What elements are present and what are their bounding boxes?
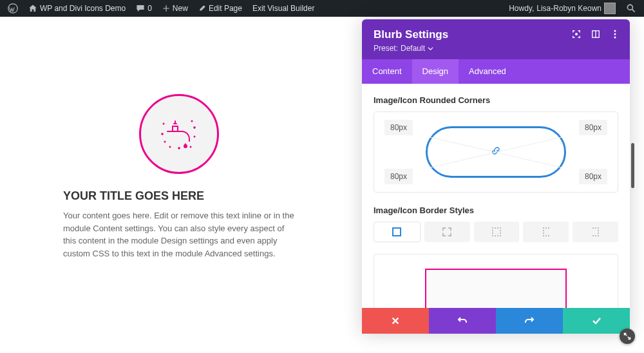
svg-point-7 [190, 146, 192, 148]
save-button[interactable] [563, 308, 630, 334]
corner-input-top-left[interactable]: 80px [384, 120, 413, 135]
corner-input-bottom-right[interactable]: 80px [579, 169, 607, 184]
more-icon[interactable] [609, 28, 621, 40]
focus-icon[interactable] [571, 28, 582, 40]
square-dashed-icon [442, 227, 451, 236]
rounded-corners-control: 80px 80px 80px 80px [374, 111, 618, 193]
avatar [604, 3, 616, 14]
comments[interactable]: 0 [132, 0, 156, 17]
panel-body: Image/Icon Rounded Corners 80px 80px 80p… [362, 84, 630, 308]
square-dotted-icon [492, 227, 501, 236]
expand-icon [623, 332, 631, 340]
exit-vb-label: Exit Visual Builder [252, 4, 315, 13]
site-title-text: WP and Divi Icons Demo [40, 4, 126, 13]
tab-advanced-label: Advanced [469, 66, 506, 76]
tab-content[interactable]: Content [362, 59, 412, 84]
search[interactable] [622, 0, 640, 17]
svg-point-6 [169, 146, 171, 148]
settings-panel: Blurb Settings Preset: Default Content [362, 19, 630, 334]
blurb-icon-circle [139, 94, 219, 174]
wp-admin-bar: WP and Divi Icons Demo 0 New Edit Page E… [0, 0, 644, 17]
border-style-bottom[interactable] [523, 222, 569, 242]
edit-page-label: Edit Page [209, 4, 242, 13]
blurb-icon-wrap [63, 94, 295, 174]
wpbar-right: Howdy, Lisa-Robyn Keown [505, 0, 640, 17]
edit-page[interactable]: Edit Page [194, 0, 246, 17]
wpbar-left: WP and Divi Icons Demo 0 New Edit Page E… [4, 0, 318, 17]
square-left-icon [543, 227, 549, 236]
plus-icon [162, 5, 170, 12]
expand-panel-button[interactable] [620, 329, 635, 344]
page-content: YOUR TITLE GOES HERE Your content goes h… [0, 17, 361, 353]
svg-point-12 [614, 37, 616, 39]
docs-icon[interactable] [590, 28, 601, 40]
blurb-body[interactable]: Your content goes here. Edit or remove t… [63, 209, 295, 260]
panel-header-actions [571, 28, 621, 40]
link-icon [491, 146, 500, 155]
section-border-styles-label: Image/Icon Border Styles [374, 205, 618, 215]
user-menu[interactable]: Howdy, Lisa-Robyn Keown [505, 0, 620, 17]
panel-header: Blurb Settings Preset: Default [362, 19, 630, 59]
corner-input-top-right[interactable]: 80px [579, 120, 607, 135]
link-values-toggle[interactable] [491, 146, 500, 158]
border-preview-inner [425, 269, 567, 308]
undo-icon [457, 316, 468, 326]
home-icon [28, 4, 37, 13]
tab-advanced[interactable]: Advanced [459, 59, 516, 84]
wp-logo[interactable] [4, 0, 22, 17]
howdy-prefix: Howdy, [509, 4, 534, 13]
section-rounded-corners-label: Image/Icon Rounded Corners [374, 95, 618, 105]
chevron-down-icon [428, 46, 433, 52]
redo-button[interactable] [496, 308, 563, 334]
preset-value: Default [401, 44, 425, 53]
square-solid-icon [392, 227, 401, 236]
undo-button[interactable] [429, 308, 496, 334]
tab-content-label: Content [372, 66, 402, 76]
border-style-row [374, 222, 618, 242]
border-style-all[interactable] [374, 222, 421, 242]
check-icon [591, 316, 601, 326]
blurb-title[interactable]: YOUR TITLE GOES HERE [63, 189, 295, 203]
new-content[interactable]: New [158, 0, 192, 17]
search-icon [626, 3, 636, 14]
redo-icon [524, 316, 535, 326]
blurb-module[interactable]: YOUR TITLE GOES HERE Your content goes h… [63, 94, 295, 260]
close-icon [391, 316, 400, 325]
svg-point-8 [576, 33, 578, 35]
svg-point-2 [163, 123, 165, 125]
border-preview-box [374, 254, 618, 308]
pencil-icon [198, 5, 206, 12]
faucet-icon [153, 108, 205, 160]
user-name: Lisa-Robyn Keown [536, 4, 601, 13]
svg-point-10 [614, 30, 616, 32]
comments-count: 0 [147, 4, 152, 13]
panel-footer [362, 308, 630, 334]
stage: YOUR TITLE GOES HERE Your content goes h… [0, 17, 644, 353]
svg-point-5 [164, 141, 166, 143]
tab-design-label: Design [422, 66, 448, 76]
svg-point-3 [191, 120, 193, 122]
corner-input-bottom-left[interactable]: 80px [384, 169, 413, 184]
cancel-button[interactable] [362, 308, 429, 334]
comment-icon [136, 4, 145, 13]
exit-visual-builder[interactable]: Exit Visual Builder [249, 0, 319, 17]
scrollbar-thumb[interactable] [631, 143, 634, 188]
corner-preview-pill [426, 126, 566, 178]
square-right-icon [592, 227, 599, 236]
svg-point-11 [614, 33, 616, 35]
border-style-right[interactable] [474, 222, 520, 242]
border-style-top[interactable] [424, 222, 470, 242]
site-title[interactable]: WP and Divi Icons Demo [24, 0, 129, 17]
svg-point-4 [194, 136, 196, 138]
svg-point-1 [627, 5, 632, 10]
tab-design[interactable]: Design [412, 59, 459, 84]
preset-label: Preset: [374, 44, 398, 53]
preset-row[interactable]: Preset: Default [374, 44, 618, 53]
new-label: New [173, 4, 188, 13]
border-style-left[interactable] [573, 222, 618, 242]
panel-tabs: Content Design Advanced [362, 59, 630, 84]
